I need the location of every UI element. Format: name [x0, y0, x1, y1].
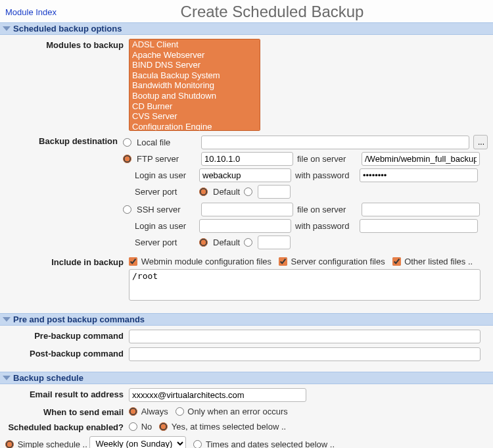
pre-backup-input[interactable]	[129, 330, 481, 343]
ftp-file-label: file on server	[297, 154, 358, 164]
browse-button[interactable]: ...	[473, 135, 488, 149]
section-header-options[interactable]: Scheduled backup options	[0, 22, 493, 35]
enabled-no-label: No	[141, 422, 153, 432]
include-paths-textarea[interactable]	[129, 269, 481, 301]
times-dates-label: Times and dates selected below ..	[206, 439, 335, 448]
dest-ftp-label: FTP server	[137, 154, 197, 164]
dest-ssh-radio[interactable]	[123, 205, 131, 214]
dest-local-label: Local file	[137, 137, 197, 147]
ssh-pass-label: with password	[295, 221, 356, 231]
chevron-down-icon	[3, 376, 11, 380]
ftp-user-label: Login as user	[135, 170, 195, 180]
email-input[interactable]	[129, 388, 306, 402]
ssh-port-label: Server port	[135, 237, 195, 247]
when-always-label: Always	[141, 407, 168, 416]
include-other-label: Other listed files ..	[404, 257, 473, 266]
label-backup-destination: Backup destination	[5, 135, 118, 146]
include-server-label: Server configuration files	[291, 257, 385, 266]
ftp-file-input[interactable]	[362, 152, 480, 166]
section-header-prepost[interactable]: Pre and post backup commands	[0, 313, 493, 326]
ssh-port-default-radio[interactable]	[199, 238, 208, 247]
post-backup-input[interactable]	[129, 347, 481, 361]
when-error-label: Only when an error occurs	[187, 407, 287, 416]
ssh-port-default-label: Default	[213, 237, 240, 247]
section-header-label: Scheduled backup options	[13, 24, 122, 34]
simple-schedule-radio[interactable]	[5, 440, 14, 448]
ssh-port-input[interactable]	[258, 236, 291, 249]
include-webmin-check[interactable]	[129, 257, 137, 266]
modules-select[interactable]: ADSL ClientApache WebserverBIND DNS Serv…	[129, 39, 260, 131]
ftp-pass-input[interactable]	[360, 168, 478, 182]
include-server-check[interactable]	[279, 257, 287, 266]
ssh-user-input[interactable]	[199, 219, 291, 233]
ssh-host-input[interactable]	[201, 203, 293, 216]
section-header-label: Pre and post backup commands	[13, 314, 145, 324]
section-header-schedule[interactable]: Backup schedule	[0, 372, 493, 384]
times-dates-radio[interactable]	[193, 440, 202, 448]
enabled-yes-label: Yes, at times selected below ..	[172, 422, 286, 432]
page-title: Create Scheduled Backup	[57, 3, 488, 21]
ftp-port-custom-radio[interactable]	[244, 187, 252, 196]
label-include-in-backup: Include in backup	[5, 256, 124, 267]
ftp-user-input[interactable]	[199, 168, 291, 182]
label-post-backup-cmd: Post-backup command	[5, 347, 124, 359]
ftp-port-default-label: Default	[213, 187, 240, 197]
ftp-port-input[interactable]	[258, 185, 291, 199]
when-error-radio[interactable]	[176, 407, 184, 416]
simple-schedule-label: Simple schedule ..	[18, 439, 87, 448]
dest-ssh-label: SSH server	[137, 205, 197, 214]
ssh-pass-input[interactable]	[360, 219, 478, 233]
ssh-file-label: file on server	[297, 205, 358, 214]
ssh-port-custom-radio[interactable]	[244, 238, 252, 247]
dest-ftp-radio[interactable]	[123, 155, 131, 163]
ftp-pass-label: with password	[295, 170, 356, 180]
include-webmin-label: Webmin module configuration files	[141, 257, 271, 266]
ftp-port-label: Server port	[135, 187, 195, 197]
simple-schedule-select[interactable]: Weekly (on Sunday)	[89, 436, 186, 448]
label-when-send: When to send email	[5, 406, 124, 417]
label-email-result: Email result to address	[5, 388, 124, 399]
ftp-host-input[interactable]	[201, 152, 293, 166]
when-always-radio[interactable]	[129, 407, 137, 416]
enabled-no-radio[interactable]	[129, 422, 137, 431]
ssh-file-input[interactable]	[362, 203, 480, 216]
label-modules-to-backup: Modules to backup	[5, 39, 124, 50]
label-sched-enabled: Scheduled backup enabled?	[5, 421, 124, 432]
module-index-link[interactable]: Module Index	[5, 7, 57, 17]
enabled-yes-radio[interactable]	[159, 422, 168, 431]
local-file-input[interactable]	[201, 136, 469, 149]
dest-local-radio[interactable]	[123, 138, 131, 147]
section-header-label: Backup schedule	[13, 373, 83, 383]
chevron-down-icon	[3, 317, 11, 322]
ftp-port-default-radio[interactable]	[199, 187, 208, 196]
ssh-user-label: Login as user	[135, 221, 195, 231]
include-other-check[interactable]	[392, 257, 401, 266]
chevron-down-icon	[3, 26, 11, 31]
label-pre-backup-cmd: Pre-backup command	[5, 330, 124, 341]
